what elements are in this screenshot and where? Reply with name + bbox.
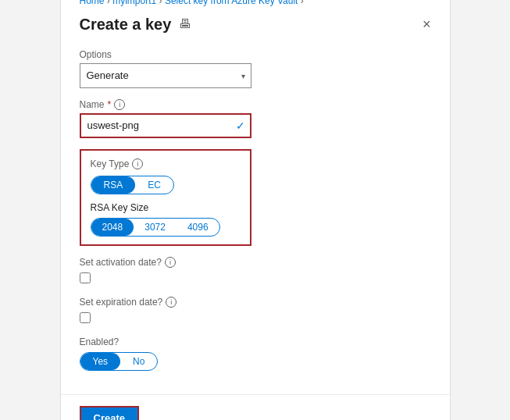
breadcrumb: Home › myimport1 › Select key from Azure… [80, 0, 431, 6]
page-title: Create a key [80, 16, 172, 34]
options-label: Options [80, 49, 431, 60]
name-label: Name * i [80, 99, 431, 110]
options-select[interactable]: Generate Import Restore backup [80, 63, 251, 88]
activation-info-icon[interactable]: i [165, 257, 176, 268]
breadcrumb-home[interactable]: Home [80, 0, 105, 6]
rsa-size-2048-button[interactable]: 2048 [91, 219, 134, 236]
name-checkmark-icon: ✓ [236, 119, 245, 132]
enabled-no-button[interactable]: No [120, 353, 157, 370]
key-type-info-icon[interactable]: i [132, 158, 143, 169]
header-row: Create a key 🖶 × [80, 16, 431, 34]
expiration-section: Set expiration date? i [80, 297, 431, 326]
activation-checkbox[interactable] [80, 272, 91, 283]
options-select-wrapper: Generate Import Restore backup ▾ [80, 63, 251, 88]
rsa-size-4096-button[interactable]: 4096 [177, 219, 219, 236]
breadcrumb-myimport[interactable]: myimport1 [112, 0, 156, 6]
breadcrumb-select-key[interactable]: Select key from Azure Key Vault [165, 0, 298, 6]
enabled-section: Enabled? Yes No [80, 336, 431, 379]
enabled-toggle-group: Yes No [80, 352, 159, 371]
enabled-label: Enabled? [80, 336, 431, 347]
rsa-size-3072-button[interactable]: 3072 [134, 219, 177, 236]
options-section: Options Generate Import Restore backup ▾ [80, 49, 431, 88]
key-type-label: Key Type i [91, 158, 241, 169]
activation-label: Set activation date? i [80, 257, 431, 268]
name-input-wrapper: ✓ [80, 113, 251, 138]
key-type-ec-button[interactable]: EC [135, 176, 173, 194]
rsa-size-toggle-group: 2048 3072 4096 [91, 218, 220, 237]
activation-section: Set activation date? i [80, 257, 431, 286]
name-info-icon[interactable]: i [114, 99, 125, 110]
create-button[interactable]: Create [80, 406, 139, 421]
enabled-yes-button[interactable]: Yes [80, 353, 121, 370]
required-star: * [108, 99, 112, 110]
close-icon[interactable]: × [423, 17, 431, 31]
key-type-rsa-button[interactable]: RSA [91, 176, 136, 194]
expiration-info-icon[interactable]: i [166, 297, 177, 308]
key-type-toggle-group: RSA EC [91, 176, 174, 194]
key-type-section: Key Type i RSA EC RSA Key Size 2048 3072… [80, 149, 251, 246]
name-section: Name * i ✓ [80, 99, 431, 138]
print-icon[interactable]: 🖶 [179, 17, 191, 31]
footer: Create [61, 394, 450, 421]
header-left: Create a key 🖶 [80, 16, 192, 34]
expiration-label: Set expiration date? i [80, 297, 431, 308]
expiration-checkbox[interactable] [80, 312, 91, 323]
rsa-size-label: RSA Key Size [91, 202, 241, 213]
name-input[interactable] [80, 113, 251, 138]
